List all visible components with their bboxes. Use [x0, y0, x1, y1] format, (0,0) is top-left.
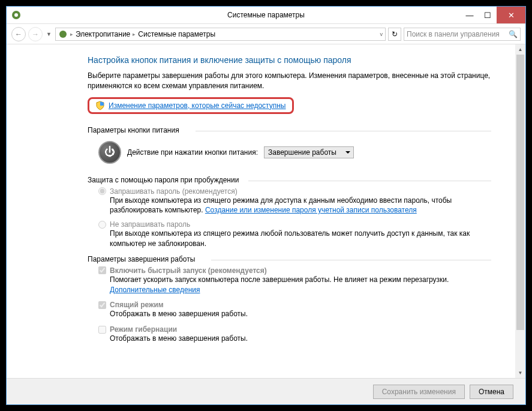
fast-startup-more-link[interactable]: Дополнительные сведения	[110, 286, 200, 294]
address-icon	[58, 29, 68, 39]
check-sleep-input[interactable]	[98, 301, 106, 309]
maximize-button[interactable]: ☐	[479, 7, 497, 23]
check-sleep-label: Спящий режим	[110, 301, 164, 309]
create-password-link[interactable]: Создание или изменение пароля учетной за…	[205, 206, 417, 214]
section-power-buttons-title: Параметры кнопки питания	[88, 126, 491, 134]
scrollbar[interactable]: ▲ ▼	[515, 44, 525, 378]
radio-require-password: Запрашивать пароль (рекомендуется) При в…	[98, 187, 491, 216]
section-password-title: Защита с помощью пароля при пробуждении	[88, 176, 491, 184]
check-fast-startup: Включить быстрый запуск (рекомендуется) …	[98, 266, 491, 295]
app-icon	[11, 10, 21, 20]
check-hibernate-input[interactable]	[98, 326, 106, 334]
power-icon: ⏻	[98, 141, 121, 164]
titlebar: Системные параметры — ☐ ✕	[7, 7, 525, 24]
power-action-label: Действие при нажатии кнопки питания:	[127, 148, 258, 157]
scroll-up-button[interactable]: ▲	[515, 44, 525, 55]
radio-no-password-label: Не запрашивать пароль	[110, 220, 190, 229]
check-hibernate-label: Режим гибернации	[110, 325, 177, 334]
radio-require-password-label: Запрашивать пароль (рекомендуется)	[110, 187, 238, 196]
search-input[interactable]: Поиск в панели управления 🔍	[404, 28, 521, 41]
radio-no-password: Не запрашивать пароль При выходе компьют…	[98, 220, 491, 249]
window-title: Системные параметры	[227, 11, 305, 19]
history-dropdown[interactable]: ▼	[45, 31, 53, 37]
check-sleep: Спящий режим Отображать в меню завершени…	[98, 301, 491, 319]
save-button[interactable]: Сохранить изменения	[373, 385, 465, 399]
forward-button[interactable]: →	[28, 27, 43, 41]
crumb-sep-icon: ▸	[133, 31, 136, 37]
check-hibernate: Режим гибернации Отображать в меню завер…	[98, 325, 491, 344]
radio-no-password-input[interactable]	[98, 221, 106, 229]
svg-point-1	[14, 13, 18, 17]
check-fast-startup-label: Включить быстрый запуск (рекомендуется)	[110, 266, 267, 275]
power-action-select[interactable]: Завершение работы	[264, 146, 354, 158]
shield-icon	[95, 101, 105, 110]
check-hibernate-desc: Отображать в меню завершения работы.	[110, 334, 491, 344]
radio-require-password-desc: При выходе компьютера из спящего режима …	[110, 196, 491, 216]
search-icon: 🔍	[509, 30, 518, 38]
back-button[interactable]: ←	[11, 27, 26, 41]
power-button-row: ⏻ Действие при нажатии кнопки питания: З…	[88, 137, 491, 172]
radio-require-password-input[interactable]	[98, 187, 106, 195]
change-settings-link-box: Изменение параметров, которые сейчас нед…	[88, 97, 294, 114]
breadcrumb-item-2[interactable]: Системные параметры	[138, 30, 215, 38]
radio-no-password-desc: При выходе компьютера из спящего режима …	[110, 229, 491, 249]
scroll-down-button[interactable]: ▼	[515, 368, 525, 378]
change-unavailable-settings-link[interactable]: Изменение параметров, которые сейчас нед…	[109, 101, 286, 110]
navigation-bar: ← → ▼ ▸ Электропитание ▸ Системные парам…	[7, 24, 525, 44]
intro-text: Выберите параметры завершения работы для…	[88, 71, 491, 91]
window: Системные параметры — ☐ ✕ ← → ▼ ▸ Электр…	[6, 6, 526, 405]
minimize-button[interactable]: —	[461, 7, 479, 23]
crumb-sep-icon: ▸	[70, 31, 73, 37]
refresh-button[interactable]: ↻	[388, 28, 401, 41]
window-controls: — ☐ ✕	[461, 7, 525, 23]
scroll-track[interactable]	[515, 55, 525, 368]
check-fast-startup-desc: Помогает ускорить запуск компьютера посл…	[110, 275, 491, 295]
page-heading: Настройка кнопок питания и включение защ…	[88, 55, 491, 65]
footer: Сохранить изменения Отмена	[7, 378, 525, 404]
content: Настройка кнопок питания и включение защ…	[7, 44, 515, 378]
breadcrumb-item-1[interactable]: Электропитание	[76, 30, 130, 38]
section-shutdown-title: Параметры завершения работы	[88, 255, 491, 263]
address-bar[interactable]: ▸ Электропитание ▸ Системные параметры v	[55, 28, 386, 41]
check-sleep-desc: Отображать в меню завершения работы.	[110, 309, 491, 319]
close-button[interactable]: ✕	[497, 7, 525, 23]
scroll-thumb[interactable]	[516, 55, 524, 330]
search-placeholder: Поиск в панели управления	[407, 30, 500, 38]
address-dropdown-icon[interactable]: v	[380, 31, 383, 37]
cancel-button[interactable]: Отмена	[470, 385, 513, 399]
check-fast-startup-input[interactable]	[98, 266, 106, 274]
svg-point-2	[59, 31, 67, 38]
